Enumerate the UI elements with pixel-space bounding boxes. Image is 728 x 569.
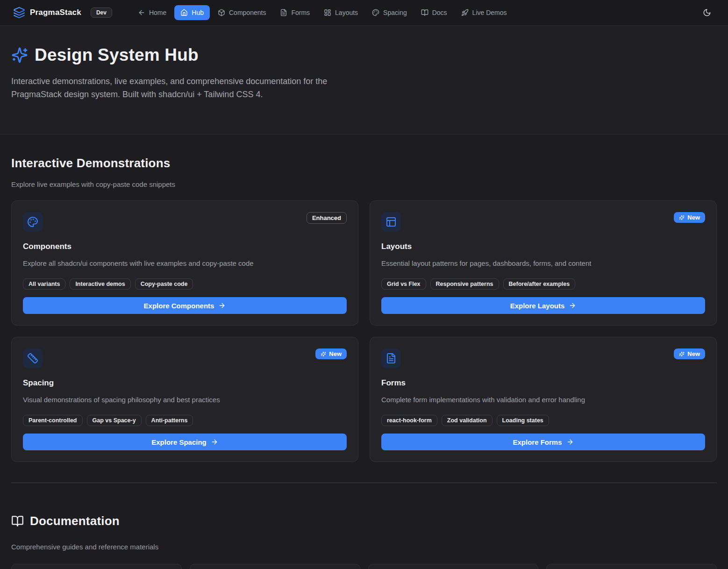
doc-card-quick-start[interactable]: Quick Start 5-minute crash course xyxy=(11,564,182,569)
tag: Grid vs Flex xyxy=(381,278,426,290)
layers-icon xyxy=(13,7,25,19)
arrow-right-icon xyxy=(566,438,574,446)
nav-label: Forms xyxy=(291,9,310,16)
demo-card-spacing: New Spacing Visual demonstrations of spa… xyxy=(11,337,358,462)
nav-item-forms[interactable]: Forms xyxy=(274,5,316,20)
tag: Anti-patterns xyxy=(146,415,193,426)
card-description: Essential layout patterns for pages, das… xyxy=(381,259,705,267)
badge-label: New xyxy=(329,350,342,357)
docs-heading: Documentation xyxy=(30,514,120,528)
demo-cards-grid: Enhanced Components Explore all shadcn/u… xyxy=(11,200,717,462)
badge-label: New xyxy=(687,350,700,357)
nav-label: Docs xyxy=(432,9,447,16)
badge-label: New xyxy=(687,214,700,221)
nav-item-hub[interactable]: Hub xyxy=(174,5,210,20)
palette-icon xyxy=(372,9,379,16)
explore-layouts-button[interactable]: Explore Layouts xyxy=(381,297,705,314)
tag: Copy-paste code xyxy=(135,278,193,290)
nav-item-live-demos[interactable]: Live Demos xyxy=(455,5,513,20)
nav-item-docs[interactable]: Docs xyxy=(415,5,453,20)
home-icon xyxy=(180,9,188,16)
button-label: Explore Forms xyxy=(513,438,562,446)
status-badge: New xyxy=(674,349,705,359)
explore-forms-button[interactable]: Explore Forms xyxy=(381,434,705,450)
nav-item-components[interactable]: Components xyxy=(212,5,272,20)
docs-subheading: Comprehensive guides and reference mater… xyxy=(11,543,717,551)
arrow-left-icon xyxy=(138,9,145,16)
top-navbar: PragmaStack Dev Home Hub Components Form… xyxy=(0,0,728,26)
card-description: Explore all shadcn/ui components with li… xyxy=(23,259,347,267)
sparkles-icon xyxy=(679,351,685,357)
sparkles-icon xyxy=(679,215,685,220)
tag: Interactive demos xyxy=(70,278,130,290)
file-text-icon xyxy=(280,9,287,16)
demo-card-layouts: New Layouts Essential layout patterns fo… xyxy=(370,200,717,326)
sparkles-icon xyxy=(321,351,326,357)
nav-item-layouts[interactable]: Layouts xyxy=(318,5,364,20)
nav-label: Spacing xyxy=(383,9,407,16)
nav-menu: Home Hub Components Forms Layouts Spacin… xyxy=(132,5,513,20)
card-description: Complete form implementations with valid… xyxy=(381,396,705,404)
brand-name: PragmaStack xyxy=(30,8,81,17)
nav-label: Home xyxy=(149,9,166,16)
status-badge: Enhanced xyxy=(307,212,347,224)
doc-card-ai-guidelines[interactable]: AI Guidelines Rules for AI code generati… xyxy=(368,564,539,569)
card-tags: Parent-controlled Gap vs Space-y Anti-pa… xyxy=(23,415,347,426)
explore-components-button[interactable]: Explore Components xyxy=(23,297,347,314)
tag: Zod validation xyxy=(442,415,492,426)
status-badge: New xyxy=(315,349,347,359)
sparkles-icon xyxy=(11,47,28,64)
demos-section: Interactive Demonstrations Explore live … xyxy=(11,156,717,462)
arrow-right-icon xyxy=(211,438,218,446)
card-description: Visual demonstrations of spacing philoso… xyxy=(23,396,347,404)
button-label: Explore Components xyxy=(144,302,214,310)
button-label: Explore Layouts xyxy=(510,302,565,310)
brand[interactable]: PragmaStack Dev xyxy=(13,7,112,19)
card-title: Layouts xyxy=(381,242,705,251)
demo-card-components: Enhanced Components Explore all shadcn/u… xyxy=(11,200,358,326)
card-title: Spacing xyxy=(23,378,347,388)
tag: Parent-controlled xyxy=(23,415,83,426)
explore-spacing-button[interactable]: Explore Spacing xyxy=(23,434,347,450)
arrow-right-icon xyxy=(569,302,576,309)
button-label: Explore Spacing xyxy=(151,438,207,446)
demo-card-forms: New Forms Complete form implementations … xyxy=(370,337,717,462)
package-icon xyxy=(218,9,225,16)
arrow-right-icon xyxy=(218,302,226,309)
tag: Loading states xyxy=(497,415,549,426)
rocket-icon xyxy=(461,9,469,16)
panels-top-left-icon xyxy=(381,212,401,232)
nav-label: Layouts xyxy=(335,9,358,16)
section-divider xyxy=(11,483,717,483)
demos-heading: Interactive Demonstrations xyxy=(11,156,717,171)
doc-cards-grid: Quick Start 5-minute crash course Comple… xyxy=(11,564,717,569)
file-text-icon xyxy=(381,349,401,368)
main-content: Interactive Demonstrations Explore live … xyxy=(0,156,728,569)
nav-label: Live Demos xyxy=(472,9,507,16)
book-open-icon xyxy=(421,9,428,16)
tag: Responsive patterns xyxy=(430,278,499,290)
theme-toggle-button[interactable] xyxy=(699,5,715,21)
book-open-icon xyxy=(11,515,24,527)
card-title: Forms xyxy=(381,378,705,388)
nav-item-home[interactable]: Home xyxy=(132,5,172,20)
card-tags: react-hook-form Zod validation Loading s… xyxy=(381,415,705,426)
status-badge: New xyxy=(674,212,705,223)
nav-label: Components xyxy=(229,9,266,16)
doc-card-quick-reference[interactable]: Quick Reference Cheat sheet for lookups xyxy=(546,564,717,569)
tag: All variants xyxy=(23,278,65,290)
demos-subheading: Explore live examples with copy-paste co… xyxy=(11,180,717,188)
nav-label: Hub xyxy=(192,9,204,16)
ruler-icon xyxy=(23,349,43,368)
card-title: Components xyxy=(23,242,347,251)
nav-item-spacing[interactable]: Spacing xyxy=(366,5,413,20)
card-tags: Grid vs Flex Responsive patterns Before/… xyxy=(381,278,705,290)
hero-section: Design System Hub Interactive demonstrat… xyxy=(0,26,728,135)
page-subtitle: Interactive demonstrations, live example… xyxy=(11,75,357,101)
tag: react-hook-form xyxy=(381,415,437,426)
tag: Before/after examples xyxy=(503,278,576,290)
env-badge: Dev xyxy=(91,7,112,18)
card-tags: All variants Interactive demos Copy-past… xyxy=(23,278,347,290)
moon-icon xyxy=(703,8,711,17)
doc-card-complete-documentation[interactable]: Complete Documentation Full design syste… xyxy=(190,564,360,569)
